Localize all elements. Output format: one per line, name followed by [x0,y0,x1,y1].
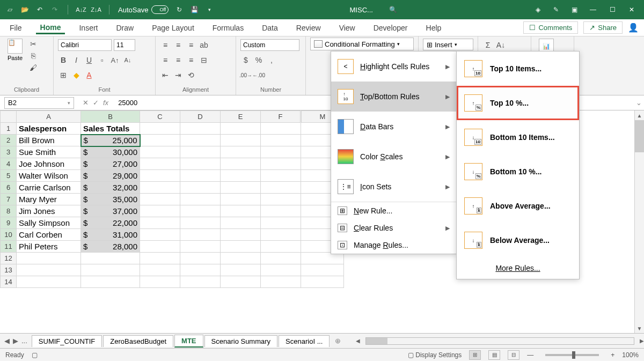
add-sheet-button[interactable]: ⊕ [331,337,345,345]
merge-icon[interactable]: ⊟ [199,55,209,65]
tab-home[interactable]: Home [36,21,65,34]
redo-icon[interactable]: ↷ [50,5,59,14]
row-header[interactable]: 2 [1,135,17,146]
maximize-button[interactable]: ☐ [608,6,617,13]
diamond-icon[interactable]: ◈ [533,5,542,14]
sheet-tab[interactable]: SUMIF_COUNTIF [32,335,102,347]
cell[interactable]: Salesperson [17,123,81,135]
align-bottom-icon[interactable]: ≡ [186,40,196,50]
tab-formulas[interactable]: Formulas [208,21,248,34]
col-header-b[interactable]: B [81,111,140,123]
cell[interactable] [140,194,180,205]
row-header[interactable]: 9 [1,217,17,229]
row-header[interactable]: 1 [1,123,17,135]
cell[interactable]: Jim Jones [17,205,81,217]
fill-color-icon[interactable]: ◆ [71,70,82,80]
decrease-decimal-icon[interactable]: ←.00 [253,70,264,80]
row-header[interactable]: 12 [1,253,17,264]
cell[interactable] [140,170,180,182]
currency-icon[interactable]: $ [240,55,251,65]
cell[interactable]: Bill Brown [17,135,81,146]
italic-button[interactable]: I [71,55,82,65]
tab-help[interactable]: Help [422,21,446,34]
horizontal-scrollbar[interactable] [365,337,634,345]
sheet-nav-prev-icon[interactable]: ◀ [4,337,10,345]
menu-icon-sets[interactable]: ⋮≡ Icon Sets ▶ [331,172,456,202]
close-button[interactable]: ✕ [627,6,636,13]
fx-icon[interactable]: fx [103,99,108,107]
cell[interactable]: $29,000 [81,170,140,182]
sheet-tab[interactable]: Scenario Summary [204,335,278,347]
autosum-icon[interactable]: Σ [482,40,493,50]
qat-dropdown-icon[interactable]: ▾ [205,5,214,14]
cell[interactable] [140,264,180,276]
macro-record-icon[interactable]: ▢ [32,351,38,359]
comma-icon[interactable]: , [266,55,277,65]
align-right-icon[interactable]: ≡ [186,55,196,65]
align-middle-icon[interactable]: ≡ [173,40,184,50]
name-box[interactable]: B2 ▾ [4,97,74,109]
row-header[interactable]: 10 [1,229,17,241]
row-header[interactable]: 14 [1,276,17,288]
cell[interactable] [17,253,81,264]
font-size-select[interactable] [114,39,135,51]
tab-review[interactable]: Review [292,21,325,34]
number-format-select[interactable] [240,39,299,51]
cell[interactable]: Mary Myer [17,194,81,205]
cut-icon[interactable]: ✂ [28,39,39,49]
share-button[interactable]: ↗ Share [583,21,623,34]
menu-clear-rules[interactable]: ⊟ Clear Rules ▶ [331,219,456,237]
submenu-more-rules[interactable]: More Rules... [457,257,579,279]
new-file-icon[interactable]: ▱ [5,5,14,14]
menu-highlight-cells[interactable]: < Highlight Cells Rules ▶ [331,51,456,82]
cell[interactable]: $37,000 [81,205,140,217]
format-painter-icon[interactable]: 🖌 [28,62,39,73]
sheet-tab[interactable]: ZeroBasedBudget [103,335,173,347]
display-settings-button[interactable]: ▢ Display Settings [408,351,462,359]
tab-data[interactable]: Data [258,21,282,34]
menu-color-scales[interactable]: Color Scales ▶ [331,142,456,172]
cell[interactable] [140,241,180,253]
sheet-nav-more[interactable]: ... [21,337,27,345]
cell[interactable]: $30,000 [81,146,140,158]
col-header-c[interactable]: C [140,111,180,123]
sort-asc-icon[interactable]: A↓Z [77,5,85,14]
undo-icon[interactable]: ↶ [35,5,44,14]
cell[interactable] [140,217,180,229]
submenu-above-average[interactable]: ↑x̄ Above Average... [457,189,579,223]
cell[interactable]: Carrie Carlson [17,182,81,194]
cell[interactable] [140,229,180,241]
cell[interactable] [140,276,180,288]
copy-icon[interactable]: ⎘ [28,50,39,61]
view-page-break-button[interactable]: ⊟ [508,350,519,360]
font-name-select[interactable] [58,39,112,51]
tab-file[interactable]: File [5,21,26,34]
row-header[interactable]: 4 [1,158,17,170]
font-color-icon[interactable]: A [84,70,94,80]
col-header-d[interactable]: D [180,111,221,123]
row-header[interactable]: 8 [1,205,17,217]
cell[interactable] [140,182,180,194]
cell[interactable] [140,123,180,135]
menu-data-bars[interactable]: Data Bars ▶ [331,112,456,142]
sheet-tab[interactable]: ScenarioI ... [279,335,330,347]
minimize-button[interactable]: — [588,6,598,13]
cell[interactable]: Phil Peters [17,241,81,253]
wrap-text-icon[interactable]: ab [199,40,209,50]
menu-top-bottom[interactable]: ↑10 Top/Bottom Rules ▶ [331,82,456,112]
increase-decimal-icon[interactable]: .00→ [240,70,251,80]
paste-button[interactable]: 📋 Paste [4,39,26,86]
cell[interactable] [140,158,180,170]
open-file-icon[interactable]: 📂 [20,5,29,14]
scroll-down-icon[interactable]: ▼ [635,323,644,333]
submenu-bottom-10-percent[interactable]: ↓% Bottom 10 %... [457,154,579,189]
cell[interactable] [17,264,81,276]
cell[interactable]: Walter Wilson [17,170,81,182]
zoom-out-button[interactable]: — [527,351,533,359]
cell[interactable] [140,135,180,146]
sheet-nav-next-icon[interactable]: ▶ [13,337,18,345]
cell[interactable]: Sales Totals [81,123,140,135]
vertical-scrollbar[interactable]: ▲ ▼ [634,110,644,333]
cell[interactable]: $27,000 [81,158,140,170]
enter-formula-icon[interactable]: ✓ [93,99,99,107]
